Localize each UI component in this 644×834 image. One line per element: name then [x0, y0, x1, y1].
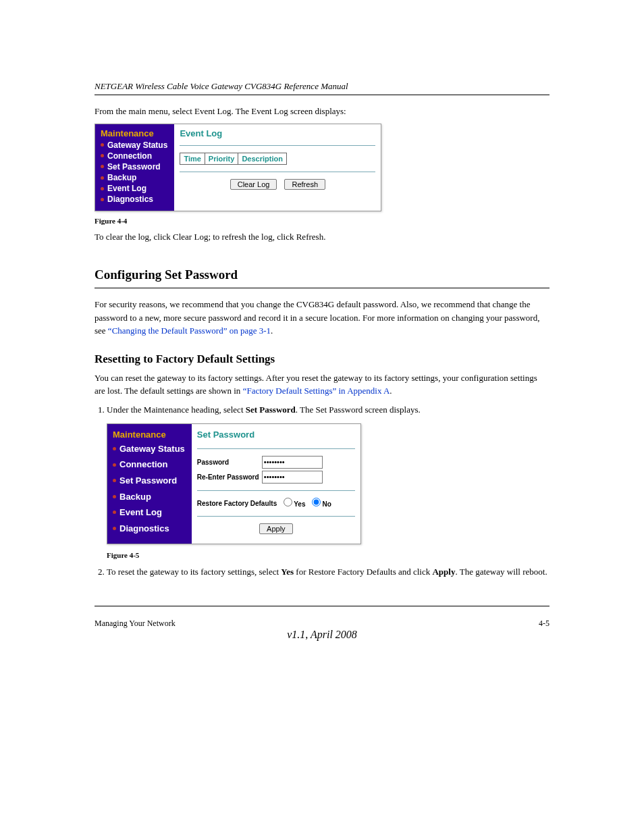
screenshot-set-password: Maintenance Gateway Status Connection Se…	[107, 423, 361, 544]
sub-heading: Resetting to Factory Default Settings	[95, 353, 549, 366]
col-priority: Priority	[205, 153, 238, 164]
sub-paragraph: You can reset the gateway to its factory…	[95, 371, 549, 398]
password-field[interactable]	[262, 456, 323, 469]
panel-title-2: Set Password	[197, 428, 355, 442]
sidebar-item-connection-2[interactable]: Connection	[113, 459, 185, 471]
sidebar-item-set-password[interactable]: Set Password	[101, 161, 167, 172]
section-paragraph-1: For security reasons, we recommend that …	[95, 298, 549, 338]
clear-log-button[interactable]: Clear Log	[230, 179, 277, 190]
sidebar-item-gateway-status-2[interactable]: Gateway Status	[113, 443, 185, 455]
col-description: Description	[238, 153, 287, 164]
sidebar: Maintenance Gateway Status Connection Se…	[95, 124, 174, 211]
sidebar-2: Maintenance Gateway Status Connection Se…	[107, 424, 192, 544]
footer-left: Managing Your Network	[95, 619, 176, 629]
restore-no-option: No	[309, 498, 331, 510]
restore-yes-option: Yes	[281, 498, 305, 510]
col-time: Time	[180, 153, 205, 164]
panel-rule-pwd-3	[197, 516, 355, 517]
password-label: Password	[197, 457, 262, 468]
sidebar-heading-2: Maintenance	[113, 428, 185, 442]
link-changing-password[interactable]: “Changing the Default Password” on page …	[108, 325, 271, 336]
sidebar-heading: Maintenance	[101, 128, 167, 138]
footer-revision: v1.1, April 2008	[95, 629, 549, 641]
sidebar-item-set-password-2[interactable]: Set Password	[113, 475, 185, 487]
panel-title: Event Log	[180, 128, 375, 138]
section-heading: Configuring Set Password	[95, 267, 549, 282]
event-log-panel: Event Log Time Priority Description Clea…	[174, 124, 381, 195]
step-2: To reset the gateway to its factory sett…	[107, 565, 549, 579]
restore-defaults-row: Restore Factory Defaults Yes No	[197, 498, 355, 510]
sidebar-item-connection[interactable]: Connection	[101, 151, 167, 161]
refresh-button[interactable]: Refresh	[284, 179, 325, 190]
step-2-end: . The gateway will reboot.	[455, 567, 547, 577]
apply-row: Apply	[197, 523, 355, 535]
step-2-bold-yes: Yes	[281, 567, 294, 577]
panel-rule	[180, 145, 375, 146]
footer: Managing Your Network 4-5	[95, 619, 549, 629]
button-row: Clear Log Refresh	[180, 179, 375, 190]
sidebar-item-event-log[interactable]: Event Log	[101, 183, 167, 194]
sidebar-list-2: Gateway Status Connection Set Password B…	[113, 443, 185, 534]
step-1: Under the Maintenance heading, select Se…	[107, 403, 549, 562]
sidebar-item-backup-2[interactable]: Backup	[113, 491, 185, 503]
reenter-row: Re-Enter Password	[197, 471, 355, 484]
sidebar-item-diagnostics[interactable]: Diagnostics	[101, 194, 167, 205]
step-2-mid: for Restore Factory Defaults and click	[294, 567, 432, 577]
sidebar-item-event-log-2[interactable]: Event Log	[113, 506, 185, 519]
step-1-before: Under the Maintenance heading, select	[107, 405, 246, 415]
paragraph-after-fig1: To clear the log, click Clear Log; to re…	[95, 230, 549, 244]
step-2-before: To reset the gateway to its factory sett…	[107, 567, 281, 577]
restore-yes-radio[interactable]	[284, 498, 292, 506]
panel-rule-pwd-2	[197, 490, 355, 491]
password-row: Password	[197, 456, 355, 469]
screenshot-event-log: Maintenance Gateway Status Connection Se…	[95, 124, 381, 211]
set-password-panel: Set Password Password Re-Enter Password	[192, 424, 360, 541]
footer-right: 4-5	[539, 619, 549, 629]
footer-rule	[95, 606, 549, 606]
intro-paragraph: From the main menu, select Event Log. Th…	[95, 105, 549, 118]
panel-rule-2	[180, 172, 375, 172]
steps-list: Under the Maintenance heading, select Se…	[107, 403, 549, 579]
restore-no-radio[interactable]	[312, 498, 321, 506]
reenter-field[interactable]	[262, 471, 323, 484]
figure-caption-1: Figure 4-4	[95, 217, 549, 225]
sidebar-list: Gateway Status Connection Set Password B…	[101, 140, 167, 205]
header-rule	[95, 95, 549, 95]
sidebar-item-diagnostics-2[interactable]: Diagnostics	[113, 523, 185, 535]
figure-caption-2: Figure 4-5	[107, 550, 549, 561]
running-header: NETGEAR Wireless Cable Voice Gateway CVG…	[95, 81, 549, 92]
sub-paragraph-suffix: .	[390, 386, 392, 396]
step-2-bold-apply: Apply	[432, 567, 455, 577]
sidebar-item-gateway-status[interactable]: Gateway Status	[101, 140, 167, 151]
step-1-after: . The Set Password screen displays.	[296, 405, 421, 415]
reenter-label: Re-Enter Password	[197, 472, 262, 483]
step-1-bold: Set Password	[246, 405, 296, 415]
sidebar-item-backup[interactable]: Backup	[101, 172, 167, 183]
event-log-table: Time Priority Description	[180, 153, 287, 165]
restore-defaults-label: Restore Factory Defaults	[197, 498, 277, 509]
section-paragraph-1-suffix: .	[271, 325, 273, 336]
section-rule	[95, 288, 549, 288]
apply-button[interactable]: Apply	[259, 523, 293, 534]
link-factory-defaults[interactable]: “Factory Default Settings” in Appendix A	[243, 386, 390, 396]
panel-rule-pwd-1	[197, 448, 355, 449]
